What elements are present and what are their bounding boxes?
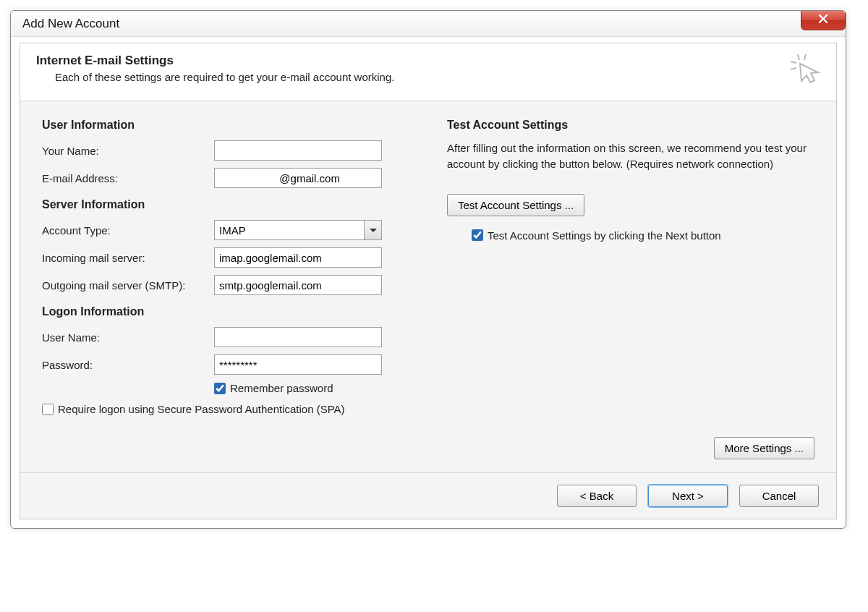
header-title: Internet E-mail Settings	[36, 54, 820, 68]
email-row: E-mail Address:	[42, 168, 425, 188]
window-title: Add New Account	[22, 17, 119, 31]
account-type-select[interactable]: IMAP	[214, 220, 382, 240]
logon-info-section: Logon Information User Name: Password: R…	[42, 305, 425, 415]
close-icon	[817, 13, 829, 28]
remember-password-checkbox-wrap: Remember password	[214, 382, 425, 394]
email-label: E-mail Address:	[42, 172, 214, 184]
header-subtitle: Each of these settings are required to g…	[36, 71, 820, 83]
close-button[interactable]	[801, 10, 846, 30]
username-input[interactable]	[214, 327, 382, 347]
test-next-checkbox-wrap: Test Account Settings by clicking the Ne…	[472, 229, 814, 242]
dialog-body: Internet E-mail Settings Each of these s…	[20, 43, 837, 519]
dialog-window: Add New Account Internet E-mail Settings…	[10, 10, 846, 529]
back-button[interactable]: < Back	[557, 485, 637, 507]
more-settings-row: More Settings ...	[20, 437, 836, 472]
spa-checkbox[interactable]	[42, 404, 54, 415]
outgoing-label: Outgoing mail server (SMTP):	[42, 279, 214, 292]
left-column: User Information Your Name: E-mail Addre…	[42, 119, 447, 425]
user-info-section: User Information Your Name: E-mail Addre…	[42, 119, 425, 188]
cancel-button[interactable]: Cancel	[739, 485, 819, 507]
username-row: User Name:	[42, 327, 425, 347]
right-column: Test Account Settings After filling out …	[447, 119, 814, 425]
spa-checkbox-wrap: Require logon using Secure Password Auth…	[42, 403, 425, 415]
account-type-label: Account Type:	[42, 224, 214, 237]
dialog-header: Internet E-mail Settings Each of these s…	[20, 43, 836, 101]
outgoing-input[interactable]	[214, 275, 382, 295]
remember-password-checkbox[interactable]	[214, 383, 226, 394]
your-name-row: Your Name:	[42, 140, 425, 161]
next-button[interactable]: Next >	[648, 485, 728, 507]
test-next-checkbox[interactable]	[472, 229, 483, 241]
your-name-input[interactable]	[214, 140, 382, 161]
incoming-input[interactable]	[214, 247, 382, 268]
password-input[interactable]	[214, 354, 382, 375]
test-next-label: Test Account Settings by clicking the Ne…	[488, 229, 721, 242]
password-row: Password:	[42, 354, 425, 375]
titlebar: Add New Account	[11, 11, 846, 37]
remember-password-label: Remember password	[230, 382, 333, 394]
test-heading: Test Account Settings	[447, 119, 814, 132]
dialog-footer: < Back Next > Cancel	[20, 472, 836, 519]
server-info-heading: Server Information	[42, 198, 425, 211]
spa-label: Require logon using Secure Password Auth…	[58, 403, 345, 415]
test-account-button[interactable]: Test Account Settings ...	[447, 194, 584, 216]
username-label: User Name:	[42, 331, 214, 344]
cursor-click-icon	[787, 51, 822, 85]
incoming-label: Incoming mail server:	[42, 252, 214, 264]
password-label: Password:	[42, 359, 214, 371]
more-settings-button[interactable]: More Settings ...	[714, 437, 814, 459]
logon-info-heading: Logon Information	[42, 305, 425, 318]
server-info-section: Server Information Account Type: IMAP In…	[42, 198, 425, 295]
your-name-label: Your Name:	[42, 145, 214, 157]
account-type-select-wrap: IMAP	[214, 220, 382, 240]
test-description: After filling out the information on thi…	[447, 140, 814, 172]
content-area: User Information Your Name: E-mail Addre…	[20, 101, 836, 437]
email-input[interactable]	[214, 168, 382, 188]
outgoing-row: Outgoing mail server (SMTP):	[42, 275, 425, 295]
incoming-row: Incoming mail server:	[42, 247, 425, 268]
account-type-row: Account Type: IMAP	[42, 220, 425, 240]
user-info-heading: User Information	[42, 119, 425, 132]
